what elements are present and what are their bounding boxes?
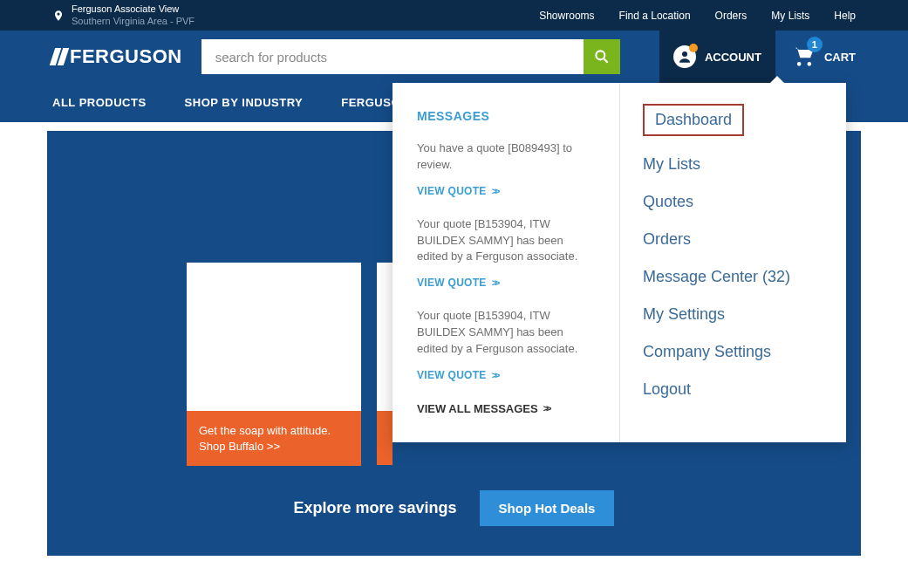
chevron-right-icon: >> — [492, 277, 498, 288]
associate-view-label: Ferguson Associate View Southern Virgini… — [52, 3, 195, 26]
messages-heading: MESSAGES — [417, 109, 595, 123]
dropdown-arrow-icon — [769, 76, 785, 84]
view-all-messages-link[interactable]: VIEW ALL MESSAGES>> — [417, 402, 550, 415]
dropdown-messages-panel: MESSAGES You have a quote [B089493] to r… — [393, 83, 619, 442]
menu-orders[interactable]: Orders — [643, 230, 823, 249]
menu-company-settings[interactable]: Company Settings — [643, 343, 823, 361]
search-input[interactable] — [201, 39, 584, 74]
topbar-link-find-location[interactable]: Find a Location — [619, 10, 691, 22]
chevron-right-icon: >> — [492, 186, 498, 196]
nav-shop-by-industry[interactable]: SHOP BY INDUSTRY — [185, 96, 304, 109]
view-quote-link[interactable]: VIEW QUOTE>> — [417, 277, 498, 289]
topbar-link-showrooms[interactable]: Showrooms — [539, 10, 594, 22]
menu-dashboard[interactable]: Dashboard — [643, 104, 744, 136]
cart-label: CART — [824, 51, 856, 64]
account-label: ACCOUNT — [705, 51, 761, 64]
menu-quotes[interactable]: Quotes — [643, 193, 823, 211]
promo-card-2-partial[interactable] — [377, 263, 393, 466]
menu-my-settings[interactable]: My Settings — [643, 305, 823, 324]
cart-icon: 1 — [791, 44, 817, 71]
menu-my-lists[interactable]: My Lists — [643, 155, 823, 174]
message-item: You have a quote [B089493] to review. — [417, 140, 595, 174]
svg-line-1 — [604, 59, 607, 63]
promo-card-caption: Get the soap with attitude. Shop Buffalo… — [187, 411, 361, 466]
menu-logout[interactable]: Logout — [643, 380, 823, 399]
svg-point-0 — [596, 51, 604, 59]
topbar-link-help[interactable]: Help — [834, 10, 856, 22]
svg-point-2 — [682, 51, 687, 57]
logo-text: FERGUSON — [70, 45, 182, 68]
account-dropdown: MESSAGES You have a quote [B089493] to r… — [393, 83, 846, 442]
shop-hot-deals-button[interactable]: Shop Hot Deals — [480, 490, 615, 526]
message-item: Your quote [B153904, ITW BUILDEX SAMMY] … — [417, 308, 595, 358]
view-quote-link[interactable]: VIEW QUOTE>> — [417, 185, 498, 197]
top-bar: Ferguson Associate View Southern Virgini… — [0, 0, 908, 31]
notification-dot-icon — [689, 44, 698, 52]
topbar-subtitle: Southern Virginia Area - PVF — [72, 16, 195, 27]
promo-card-image — [187, 263, 361, 411]
nav-ferguson-partial[interactable]: FERGUSO — [341, 96, 400, 109]
account-button[interactable]: ACCOUNT — [659, 31, 775, 83]
header-bar: FERGUSON ACCOUNT 1 CART — [0, 31, 908, 83]
topbar-link-my-lists[interactable]: My Lists — [771, 10, 809, 22]
topbar-title: Ferguson Associate View — [72, 3, 195, 15]
explore-text: Explore more savings — [294, 499, 457, 517]
logo-stripes-icon — [50, 48, 69, 65]
chevron-right-icon: >> — [543, 403, 550, 414]
topbar-links: Showrooms Find a Location Orders My List… — [539, 10, 856, 22]
account-icon — [673, 45, 696, 68]
topbar-link-orders[interactable]: Orders — [715, 10, 748, 22]
nav-all-products[interactable]: ALL PRODUCTS — [52, 96, 147, 109]
cart-button[interactable]: 1 CART — [775, 44, 856, 71]
promo-card-image — [377, 263, 393, 411]
promo-card-1[interactable]: Get the soap with attitude. Shop Buffalo… — [187, 263, 361, 466]
location-pin-icon — [52, 8, 65, 24]
search-wrap — [201, 39, 620, 74]
message-item: Your quote [B153904, ITW BUILDEX SAMMY] … — [417, 216, 595, 266]
chevron-right-icon: >> — [492, 370, 498, 380]
logo[interactable]: FERGUSON — [52, 45, 182, 68]
search-button[interactable] — [584, 39, 620, 74]
menu-message-center[interactable]: Message Center (32) — [643, 268, 823, 286]
promo-card-caption-partial — [377, 411, 393, 465]
cart-count-badge: 1 — [807, 37, 823, 52]
dropdown-menu-panel: Dashboard My Lists Quotes Orders Message… — [619, 83, 846, 442]
search-icon — [593, 48, 611, 65]
view-quote-link[interactable]: VIEW QUOTE>> — [417, 369, 498, 381]
